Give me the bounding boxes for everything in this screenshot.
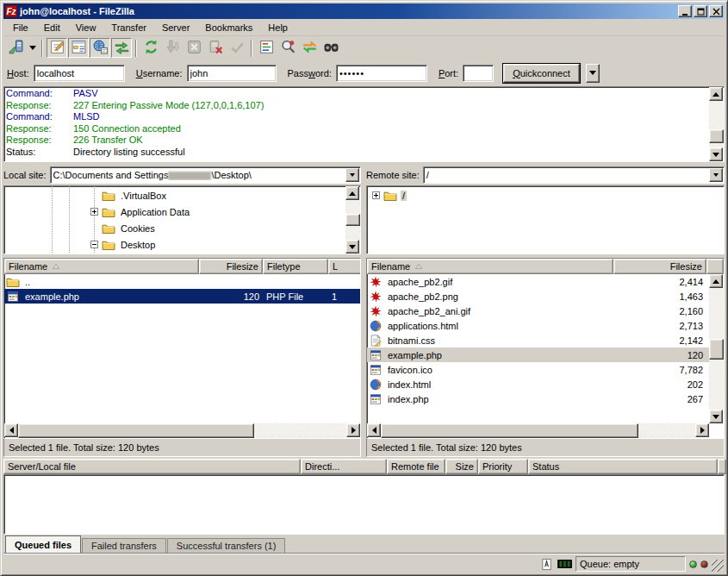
host-input[interactable]: [34, 65, 125, 82]
arrow-left-icon: [9, 427, 14, 434]
username-input[interactable]: [187, 65, 277, 82]
site-manager-button[interactable]: [5, 38, 26, 58]
resize-grip[interactable]: [712, 560, 724, 572]
file-row[interactable]: example.php120: [367, 347, 709, 362]
expand-plus-icon[interactable]: [372, 191, 380, 199]
file-row[interactable]: apache_pb2.gif2,414: [367, 274, 709, 289]
scrollbar-thumb[interactable]: [18, 423, 254, 438]
file-row[interactable]: ..: [4, 274, 360, 289]
scroll-down-button[interactable]: [709, 410, 723, 423]
expand-plus-icon[interactable]: [90, 208, 98, 216]
speed-limit-indicator-icon[interactable]: [557, 557, 572, 571]
column-header-remotefile[interactable]: Remote file: [387, 459, 445, 474]
scroll-right-button[interactable]: [346, 423, 360, 437]
scroll-left-button[interactable]: [4, 423, 18, 437]
local-list-hscrollbar[interactable]: [4, 423, 360, 438]
quickconnect-dropdown-button[interactable]: [586, 64, 600, 83]
menu-transfer[interactable]: Transfer: [103, 21, 154, 34]
password-input[interactable]: [336, 65, 427, 82]
transfer-type-indicator-icon[interactable]: [539, 557, 554, 571]
column-header-directi[interactable]: Directi...: [301, 459, 387, 474]
file-row[interactable]: index.html202: [367, 377, 709, 391]
remote-site-dropdown-button[interactable]: [709, 168, 723, 182]
scrollbar-thumb[interactable]: [345, 214, 360, 226]
column-header-l[interactable]: L: [328, 259, 361, 274]
local-tree-scrollbar[interactable]: [345, 186, 360, 254]
column-header-status[interactable]: Status: [528, 459, 718, 474]
file-row[interactable]: example.php120PHP File1: [4, 289, 360, 304]
scroll-right-button[interactable]: [695, 423, 709, 437]
menu-help[interactable]: Help: [260, 21, 296, 34]
file-row[interactable]: index.php267: [367, 391, 709, 406]
column-header-filename[interactable]: Filename: [367, 259, 613, 274]
close-button[interactable]: [709, 5, 723, 17]
column-header-filesize[interactable]: Filesize: [199, 259, 263, 274]
tab-queued-files[interactable]: Queued files: [5, 535, 81, 554]
disconnect-button[interactable]: [205, 38, 226, 58]
site-manager-dropdown-button[interactable]: [27, 38, 38, 58]
file-row[interactable]: applications.html2,713: [367, 318, 709, 333]
tree-item[interactable]: /: [367, 187, 724, 203]
column-header-size[interactable]: Size: [445, 459, 478, 474]
remote-list-hscrollbar[interactable]: [367, 423, 709, 438]
tree-item[interactable]: Application Data: [4, 203, 345, 220]
scroll-down-button[interactable]: [345, 240, 359, 254]
scroll-up-button[interactable]: [345, 186, 359, 200]
menu-view[interactable]: View: [68, 21, 104, 34]
find-files-button[interactable]: [320, 38, 341, 58]
menu-file[interactable]: File: [5, 21, 36, 34]
menu-edit[interactable]: Edit: [36, 21, 68, 34]
column-header-priority[interactable]: Priority: [478, 459, 528, 474]
tree-item[interactable]: .VirtualBox: [4, 187, 345, 203]
status-bar: Queue: empty: [3, 554, 725, 573]
scroll-left-button[interactable]: [367, 423, 381, 437]
toggle-transfer-queue-button[interactable]: [111, 38, 132, 58]
scroll-down-button[interactable]: [709, 147, 723, 161]
scroll-up-button[interactable]: [709, 274, 723, 288]
directory-comparison-button[interactable]: [277, 38, 298, 58]
scrollbar-thumb[interactable]: [381, 423, 638, 438]
local-site-dropdown-button[interactable]: [345, 168, 359, 182]
reconnect-button[interactable]: [227, 38, 247, 58]
filename-filters-button[interactable]: [256, 38, 277, 58]
scroll-up-button[interactable]: [709, 87, 723, 101]
scrollbar-thumb[interactable]: [709, 129, 724, 143]
column-header-filename[interactable]: Filename: [4, 259, 199, 274]
tab-failed-transfers[interactable]: Failed transfers: [82, 538, 166, 554]
toggle-local-treeview-button[interactable]: [68, 38, 89, 58]
synchronized-browsing-icon: [302, 39, 318, 57]
window-title: john@localhost - FileZilla: [20, 6, 675, 16]
log-line-text: 150 Connection accepted: [73, 123, 181, 134]
local-site-combo[interactable]: C:\Documents and Settings\Desktop\: [50, 166, 361, 184]
remote-site-combo[interactable]: /: [423, 166, 725, 184]
maximize-button[interactable]: [694, 5, 707, 17]
tree-item[interactable]: Desktop: [4, 236, 345, 253]
message-log-scrollbar[interactable]: [709, 87, 724, 161]
tab-successful-transfers-1-[interactable]: Successful transfers (1): [167, 538, 286, 554]
quickconnect-button[interactable]: Quickconnect: [503, 64, 580, 83]
menu-server[interactable]: Server: [154, 21, 197, 34]
menu-bookmarks[interactable]: Bookmarks: [197, 21, 260, 34]
column-header-label: L: [333, 261, 338, 272]
collapse-minus-icon[interactable]: [90, 241, 98, 248]
synchronized-browsing-button[interactable]: [299, 38, 320, 58]
scrollbar-thumb[interactable]: [709, 339, 724, 360]
password-label: Password:: [288, 68, 332, 78]
file-row[interactable]: apache_pb2_ani.gif2,160: [367, 304, 709, 318]
arrow-down-icon: [349, 245, 356, 249]
tree-item[interactable]: Cookies: [4, 220, 345, 236]
toggle-message-log-button[interactable]: [47, 38, 67, 58]
process-queue-button[interactable]: [162, 38, 183, 58]
file-row[interactable]: apache_pb2.png1,463: [367, 289, 709, 304]
toggle-remote-treeview-button[interactable]: [90, 38, 110, 58]
file-row[interactable]: bitnami.css2,142: [367, 333, 709, 347]
port-input[interactable]: [463, 65, 494, 82]
refresh-button[interactable]: [140, 38, 161, 58]
column-header-filesize[interactable]: Filesize: [613, 259, 706, 274]
cancel-button[interactable]: [184, 38, 204, 58]
file-row[interactable]: favicon.ico7,782: [367, 362, 709, 377]
minimize-button[interactable]: [678, 5, 692, 17]
remote-list-scrollbar[interactable]: [709, 274, 724, 423]
column-header-filetype[interactable]: Filetype: [263, 259, 328, 274]
column-header-serverlocalfile[interactable]: Server/Local file: [3, 459, 301, 474]
